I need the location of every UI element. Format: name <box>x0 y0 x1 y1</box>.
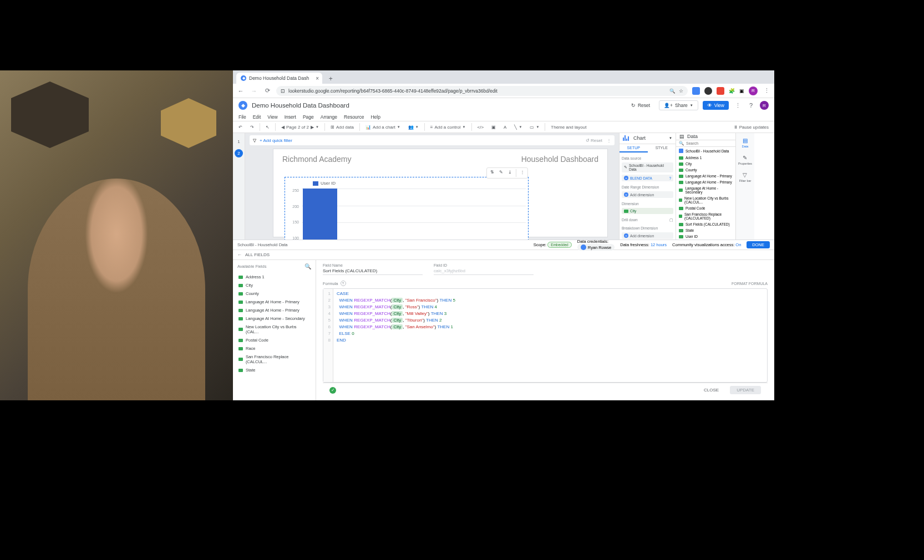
image-icon[interactable]: ▣ <box>489 124 498 131</box>
chevron-down-icon[interactable]: ▼ <box>669 136 672 140</box>
shape-icon[interactable]: ▭▼ <box>527 124 541 131</box>
add-chart-button[interactable]: 📊 Add a chart ▼ <box>363 124 403 131</box>
available-field[interactable]: Language At Home - Primary <box>233 306 316 314</box>
star-icon[interactable]: ☆ <box>679 88 683 94</box>
back-icon[interactable]: ← <box>236 86 245 95</box>
setup-tab[interactable]: SETUP <box>620 144 648 153</box>
chart-more-icon[interactable]: ⋮ <box>520 169 525 175</box>
menu-file[interactable]: File <box>238 114 246 120</box>
data-field[interactable]: Postal Code <box>676 205 735 211</box>
data-source-chip[interactable]: ✎SchoolBI - Household Data <box>622 162 673 172</box>
lookerstudio-logo-icon[interactable]: ◆ <box>238 101 247 110</box>
page-nav[interactable]: ◀ Page 2 of 2 ▶ ▼ <box>279 124 321 131</box>
filter-icon[interactable]: ▽ <box>253 138 256 143</box>
address-bar[interactable]: ⊡ lookerstudio.google.com/reporting/b64f… <box>276 86 688 96</box>
help-icon[interactable]: ? <box>747 101 755 110</box>
canvas-area[interactable]: ▽ + Add quick filter ↺ Reset ⋮ Richmond … <box>245 133 619 240</box>
available-field[interactable]: Address 1 <box>233 273 316 281</box>
rail-data[interactable]: ▤Data <box>742 136 749 148</box>
search-input[interactable] <box>686 141 735 145</box>
new-tab-button[interactable]: + <box>326 74 336 84</box>
share-button[interactable]: 👤+ Share ▼ <box>659 100 698 110</box>
data-field[interactable]: Language At Home - Primary <box>676 179 735 185</box>
bar-chart[interactable]: ⇅ ✎ ⤓ ⋮ User ID 250 200 150 100 <box>285 177 529 240</box>
data-field[interactable]: State <box>676 227 735 233</box>
user-avatar[interactable]: R <box>760 101 769 110</box>
data-field[interactable]: New Location City vs Burbs (CALCUL... <box>676 195 735 205</box>
data-source-row[interactable]: SchoolBI - Household Data <box>676 147 735 155</box>
undo-icon[interactable]: ↶ <box>236 124 245 131</box>
reload-icon[interactable]: ⟳ <box>263 86 272 95</box>
select-icon[interactable]: ↖ <box>263 124 272 131</box>
field-name-input[interactable]: Sort Fields (CALCULATED) <box>323 268 423 275</box>
available-field[interactable]: Race <box>233 344 316 353</box>
add-dimension-button[interactable]: +Add dimension <box>622 191 673 198</box>
sort-icon[interactable]: ⇅ <box>489 169 495 175</box>
help-icon[interactable]: ? <box>341 281 346 286</box>
line-icon[interactable]: ╲▼ <box>512 124 524 131</box>
done-button[interactable]: DONE <box>747 241 770 248</box>
rail-properties[interactable]: ✎Properties <box>738 154 752 165</box>
edit-icon[interactable]: ✎ <box>498 169 504 175</box>
menu-edit[interactable]: Edit <box>253 114 261 120</box>
available-field[interactable]: Postal Code <box>233 336 316 344</box>
theme-button[interactable]: Theme and layout <box>549 124 588 131</box>
extension-icon[interactable] <box>704 87 712 95</box>
filter-more-icon[interactable]: ⋮ <box>607 138 611 143</box>
export-icon[interactable]: ⤓ <box>507 169 512 175</box>
close-button[interactable]: CLOSE <box>697 386 725 394</box>
blend-data-button[interactable]: +BLEND DATA? <box>622 175 673 181</box>
data-field[interactable]: San Francisco Replace (CALCULATED) <box>676 211 735 221</box>
site-info-icon[interactable]: ⊡ <box>281 88 285 94</box>
search-icon[interactable]: 🔍 <box>669 88 676 94</box>
community-viz-icon[interactable]: 👥▼ <box>406 124 421 131</box>
view-button[interactable]: 👁 View <box>703 101 729 110</box>
add-control-button[interactable]: ≡ Add a control ▼ <box>428 124 468 131</box>
data-field[interactable]: Sort Fields (CALCULATED) <box>676 221 735 227</box>
data-field[interactable]: Address 1 <box>676 155 735 161</box>
community-label[interactable]: Community visualizations access: On <box>672 242 741 247</box>
format-formula-button[interactable]: FORMAT FORMULA <box>732 282 768 286</box>
more-icon[interactable]: ⋮ <box>733 101 742 110</box>
menu-icon[interactable]: ⋮ <box>762 86 771 95</box>
chart-panel-header[interactable]: Chart ▼ <box>620 133 676 144</box>
rail-filter[interactable]: ▽Filter bar <box>739 171 752 182</box>
toggle-icon[interactable]: ▢ <box>669 218 673 222</box>
available-field[interactable]: Language At Home - Secondary <box>233 314 316 323</box>
redo-icon[interactable]: ↷ <box>248 124 256 131</box>
menu-help[interactable]: Help <box>370 114 380 120</box>
menu-page[interactable]: Page <box>303 114 314 120</box>
pause-updates-button[interactable]: ⏸ Pause updates <box>731 124 771 131</box>
embed-icon[interactable]: </> <box>475 124 486 131</box>
data-field[interactable]: City <box>676 161 735 167</box>
available-field[interactable]: Language At Home - Primary <box>233 298 316 306</box>
data-field[interactable]: Language At Home - Secondary <box>676 185 735 195</box>
reset-button[interactable]: ↻ Reset <box>627 101 654 110</box>
add-data-button[interactable]: ⊞ Add data <box>328 124 356 131</box>
code-content[interactable]: CASE WHEN REGEXP_MATCH(City, "San Franci… <box>333 289 767 382</box>
close-icon[interactable]: × <box>316 75 319 82</box>
sidepanel-icon[interactable]: ▣ <box>739 88 744 94</box>
page-2-button[interactable]: 2 <box>235 149 243 157</box>
browser-tab[interactable]: ◆ Demo Household Data Dash × <box>236 73 322 84</box>
data-field[interactable]: County <box>676 167 735 173</box>
extensions-icon[interactable]: 🧩 <box>729 88 735 94</box>
document-title[interactable]: Demo Household Data Dashboard <box>252 102 349 109</box>
data-field[interactable]: Language At Home - Primary <box>676 173 735 179</box>
add-filter-button[interactable]: + Add quick filter <box>260 138 292 143</box>
add-breakdown-button[interactable]: +Add dimension <box>622 232 673 239</box>
reset-filters[interactable]: ↺ Reset <box>586 138 602 143</box>
extension-icon[interactable] <box>692 87 700 95</box>
forward-icon[interactable]: → <box>250 86 258 95</box>
style-tab[interactable]: STYLE <box>648 144 676 153</box>
menu-insert[interactable]: Insert <box>285 114 296 120</box>
available-field[interactable]: City <box>233 281 316 289</box>
available-field[interactable]: New Location City vs Burbs (CAL... <box>233 323 316 336</box>
text-icon[interactable]: A <box>501 124 509 131</box>
available-field[interactable]: San Francisco Replace (CALCUL... <box>233 353 316 366</box>
search-icon[interactable]: 🔍 <box>304 263 311 269</box>
menu-view[interactable]: View <box>267 114 277 120</box>
report-page[interactable]: Richmond Academy Household Dashboard ⇅ ✎… <box>273 149 608 237</box>
dimension-chip[interactable]: City <box>622 208 673 214</box>
available-field[interactable]: County <box>233 289 316 298</box>
